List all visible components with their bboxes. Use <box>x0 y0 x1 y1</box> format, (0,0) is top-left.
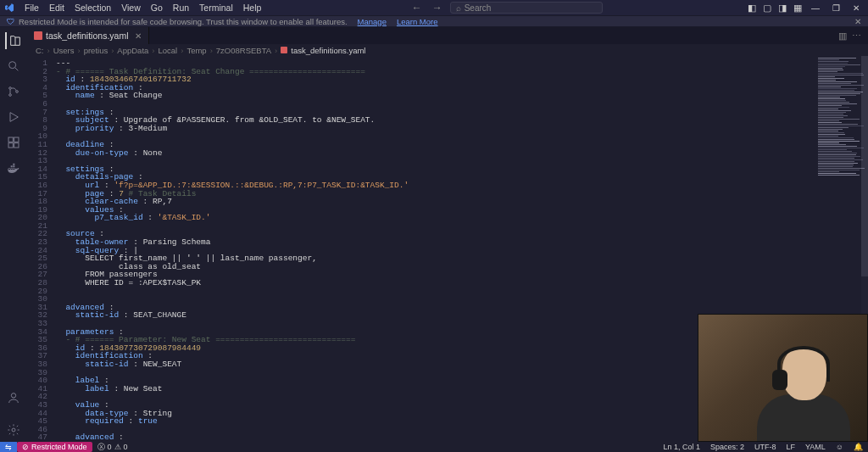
layout-sidebar-left-icon[interactable]: ◧ <box>746 2 758 14</box>
titlebar-right: ◧ ▢ ◨ ▦ — ❐ ✕ <box>746 1 865 14</box>
language-mode[interactable]: YAML <box>800 443 831 451</box>
settings-gear-icon[interactable] <box>5 421 22 438</box>
encoding-status[interactable]: UTF-8 <box>749 443 782 451</box>
explorer-icon[interactable] <box>5 32 22 49</box>
menu-bar: FileEditSelectionViewGoRunTerminalHelp <box>20 1 265 14</box>
spaces-label: Spaces: 2 <box>710 443 744 451</box>
tab-label: task_definitions.yaml <box>46 31 128 41</box>
restricted-mode-status[interactable]: ⊘ Restricted Mode <box>17 442 92 452</box>
warning-count: 0 <box>124 443 128 451</box>
menu-terminal[interactable]: Terminal <box>195 1 237 14</box>
lock-icon: ⊘ <box>22 443 29 451</box>
menu-file[interactable]: File <box>20 1 43 14</box>
search-placeholder: Search <box>465 3 492 13</box>
breadcrumb-segment[interactable]: AppData <box>117 46 148 55</box>
svg-point-8 <box>11 393 15 398</box>
status-bar: ⇋ ⊘ Restricted Mode ⓧ0 ⚠0 Ln 1, Col 1 Sp… <box>0 442 868 452</box>
editor-more-icon[interactable]: ⋯ <box>852 31 861 42</box>
webcam-overlay <box>698 314 868 442</box>
svg-rect-10 <box>34 31 42 40</box>
eol-status[interactable]: LF <box>781 443 800 451</box>
problems-status[interactable]: ⓧ0 ⚠0 <box>92 442 133 453</box>
warning-icon: ⚠ <box>114 443 121 451</box>
svg-point-0 <box>9 62 16 69</box>
restricted-label: Restricted Mode <box>31 443 87 451</box>
breadcrumb-segment[interactable]: 7zO08RSEBTA <box>216 46 271 55</box>
layout-sidebar-right-icon[interactable]: ◨ <box>776 2 788 14</box>
extensions-icon[interactable] <box>5 134 22 151</box>
eol-label: LF <box>786 443 795 451</box>
manage-link[interactable]: Manage <box>358 17 387 26</box>
menu-go[interactable]: Go <box>147 1 167 14</box>
menu-run[interactable]: Run <box>169 1 193 14</box>
encoding-label: UTF-8 <box>754 443 776 451</box>
run-debug-icon[interactable] <box>5 109 22 126</box>
restricted-mode-bar: 🛡 Restricted Mode is intended for safe c… <box>0 15 868 27</box>
docker-icon[interactable] <box>5 159 22 176</box>
error-icon: ⓧ <box>97 442 105 453</box>
breadcrumb-segment[interactable]: pretius <box>84 46 108 55</box>
close-window-button[interactable]: ✕ <box>848 1 865 14</box>
scrollbar-thumb[interactable] <box>861 56 868 276</box>
feedback-icon[interactable]: ☺ <box>831 443 849 451</box>
svg-point-2 <box>9 94 12 97</box>
breadcrumb-segment[interactable]: C: <box>36 46 44 55</box>
activity-bar <box>0 27 27 442</box>
layout-panel-icon[interactable]: ▢ <box>761 2 773 14</box>
learn-more-link[interactable]: Learn More <box>397 17 438 26</box>
tab-task-definitions[interactable]: task_definitions.yaml ✕ <box>27 27 149 44</box>
shield-icon: 🛡 <box>7 17 15 26</box>
nav-back-icon[interactable]: ← <box>409 2 425 14</box>
vscode-logo-icon <box>3 2 15 14</box>
error-count: 0 <box>108 443 112 451</box>
split-editor-icon[interactable]: ▥ <box>838 31 847 42</box>
svg-rect-5 <box>14 137 19 142</box>
breadcrumb-segment[interactable]: Local <box>159 46 178 55</box>
svg-rect-4 <box>8 137 13 142</box>
breadcrumb[interactable]: C:›Users›pretius›AppData›Local›Temp›7zO0… <box>27 44 868 56</box>
accounts-icon[interactable] <box>5 389 22 406</box>
notifications-icon[interactable]: 🔔 <box>849 443 868 451</box>
title-bar: FileEditSelectionViewGoRunTerminalHelp ←… <box>0 0 868 15</box>
breadcrumb-segment[interactable]: Temp <box>186 46 206 55</box>
svg-point-1 <box>9 87 12 90</box>
svg-rect-6 <box>8 143 13 148</box>
cursor-position[interactable]: Ln 1, Col 1 <box>658 443 705 451</box>
menu-edit[interactable]: Edit <box>45 1 69 14</box>
command-center-search[interactable]: ⌕ Search <box>450 2 603 14</box>
line-gutter: 1234567891011121314151617181920212223242… <box>27 56 53 442</box>
remote-icon: ⇋ <box>5 443 12 451</box>
restricted-text: Restricted Mode is intended for safe cod… <box>19 17 348 26</box>
source-control-icon[interactable] <box>5 83 22 100</box>
tab-bar: task_definitions.yaml ✕ ▥ ⋯ <box>27 27 868 44</box>
menu-help[interactable]: Help <box>239 1 266 14</box>
search-view-icon[interactable] <box>5 58 22 75</box>
svg-rect-7 <box>14 143 19 148</box>
menu-selection[interactable]: Selection <box>70 1 115 14</box>
svg-point-3 <box>16 91 19 93</box>
search-icon: ⌕ <box>456 3 461 13</box>
breadcrumb-segment[interactable]: Users <box>53 46 75 55</box>
maximize-button[interactable]: ❐ <box>827 1 844 14</box>
menu-view[interactable]: View <box>117 1 145 14</box>
minimize-button[interactable]: — <box>807 1 824 14</box>
lang-label: YAML <box>805 443 826 451</box>
infobar-close-icon[interactable]: ✕ <box>854 17 861 26</box>
yaml-file-icon <box>34 31 42 40</box>
tab-close-icon[interactable]: ✕ <box>135 31 142 41</box>
remote-indicator[interactable]: ⇋ <box>0 442 17 452</box>
svg-point-9 <box>12 428 15 432</box>
position-label: Ln 1, Col 1 <box>663 443 700 451</box>
indentation-status[interactable]: Spaces: 2 <box>705 443 749 451</box>
customize-layout-icon[interactable]: ▦ <box>792 2 804 14</box>
nav-forward-icon[interactable]: → <box>430 2 445 14</box>
breadcrumb-segment[interactable]: task_definitions.yaml <box>291 46 365 55</box>
